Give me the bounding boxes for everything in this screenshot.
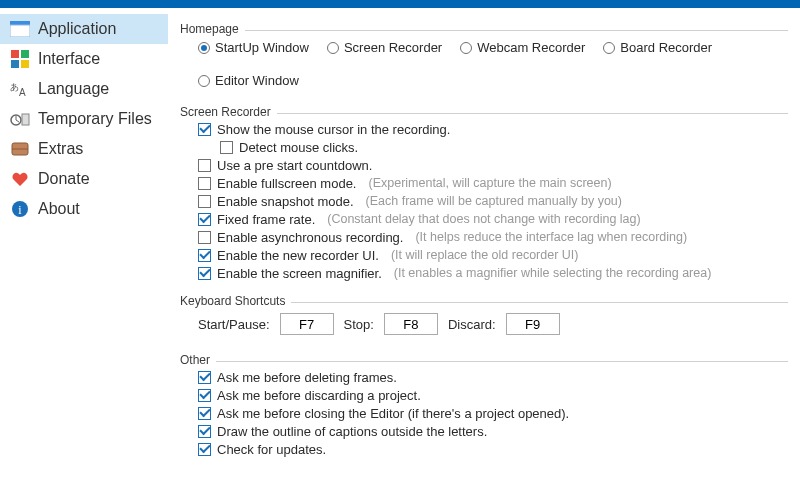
sidebar-item-interface[interactable]: Interface — [0, 44, 168, 74]
radio-startup-window[interactable]: StartUp Window — [198, 40, 309, 55]
svg-rect-1 — [10, 25, 30, 37]
sidebar-item-label: About — [38, 200, 80, 218]
sidebar-item-label: Language — [38, 80, 109, 98]
chk-fullscreen[interactable] — [198, 177, 211, 190]
chk-discard-project[interactable] — [198, 389, 211, 402]
tempfiles-icon — [8, 109, 32, 129]
chk-check-updates[interactable] — [198, 443, 211, 456]
sidebar-item-language[interactable]: あA Language — [0, 74, 168, 104]
svg-text:あ: あ — [10, 82, 19, 92]
group-title: Screen Recorder — [180, 105, 277, 119]
about-icon: i — [8, 199, 32, 219]
chk-snapshot[interactable] — [198, 195, 211, 208]
interface-icon — [8, 49, 32, 69]
svg-rect-2 — [11, 50, 19, 58]
sidebar-item-about[interactable]: i About — [0, 194, 168, 224]
sidebar-item-label: Interface — [38, 50, 100, 68]
sidebar-item-label: Temporary Files — [38, 110, 152, 128]
donate-icon — [8, 169, 32, 189]
svg-rect-0 — [10, 21, 30, 25]
sidebar-item-label: Extras — [38, 140, 83, 158]
radio-webcam-recorder[interactable]: Webcam Recorder — [460, 40, 585, 55]
chk-fixedrate[interactable] — [198, 213, 211, 226]
svg-rect-4 — [11, 60, 19, 68]
sidebar-item-label: Application — [38, 20, 116, 38]
group-keyboard: Keyboard Shortcuts Start/Pause: Stop: Di… — [180, 286, 788, 341]
sidebar-item-label: Donate — [38, 170, 90, 188]
extras-icon — [8, 139, 32, 159]
group-homepage: Homepage StartUp Window Screen Recorder … — [180, 14, 788, 93]
input-discard-shortcut[interactable] — [506, 313, 560, 335]
radio-editor-window[interactable]: Editor Window — [198, 73, 299, 88]
radio-board-recorder[interactable]: Board Recorder — [603, 40, 712, 55]
chk-newui[interactable] — [198, 249, 211, 262]
chk-captions-outline[interactable] — [198, 425, 211, 438]
svg-rect-5 — [21, 60, 29, 68]
group-screen-recorder: Screen Recorder Show the mouse cursor in… — [180, 97, 788, 282]
group-title: Keyboard Shortcuts — [180, 294, 291, 308]
svg-rect-3 — [21, 50, 29, 58]
label-stop: Stop: — [344, 317, 374, 332]
sidebar-item-application[interactable]: Application — [0, 14, 168, 44]
input-start-shortcut[interactable] — [280, 313, 334, 335]
chk-close-editor[interactable] — [198, 407, 211, 420]
svg-rect-9 — [22, 114, 29, 125]
chk-detect-clicks[interactable] — [220, 141, 233, 154]
application-icon — [8, 19, 32, 39]
content-panel: Homepage StartUp Window Screen Recorder … — [168, 8, 800, 500]
svg-text:A: A — [19, 87, 26, 98]
chk-show-cursor[interactable] — [198, 123, 211, 136]
sidebar-item-tempfiles[interactable]: Temporary Files — [0, 104, 168, 134]
titlebar — [0, 0, 800, 8]
label-start: Start/Pause: — [198, 317, 270, 332]
sidebar-item-extras[interactable]: Extras — [0, 134, 168, 164]
group-title: Homepage — [180, 22, 245, 36]
group-title: Other — [180, 353, 216, 367]
chk-countdown[interactable] — [198, 159, 211, 172]
group-other: Other Ask me before deleting frames. Ask… — [180, 345, 788, 458]
chk-del-frames[interactable] — [198, 371, 211, 384]
sidebar: Application Interface あA Language Tempor… — [0, 8, 168, 500]
chk-magnifier[interactable] — [198, 267, 211, 280]
input-stop-shortcut[interactable] — [384, 313, 438, 335]
radio-screen-recorder[interactable]: Screen Recorder — [327, 40, 442, 55]
language-icon: あA — [8, 79, 32, 99]
label-discard: Discard: — [448, 317, 496, 332]
chk-async[interactable] — [198, 231, 211, 244]
sidebar-item-donate[interactable]: Donate — [0, 164, 168, 194]
